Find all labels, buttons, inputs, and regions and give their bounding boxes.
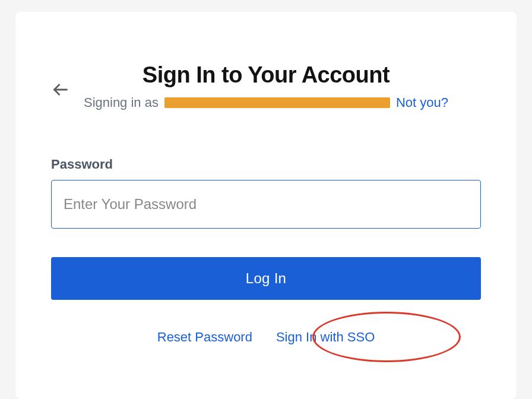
arrow-left-icon: [52, 81, 69, 98]
password-form: Password Log In Reset Password Sign In w…: [51, 157, 481, 345]
subtitle-row: Signing in as Not you?: [51, 95, 481, 110]
reset-password-link[interactable]: Reset Password: [157, 330, 252, 345]
login-button[interactable]: Log In: [51, 257, 481, 300]
signing-in-as-label: Signing in as: [84, 95, 159, 110]
page-title: Sign In to Your Account: [51, 62, 481, 88]
signin-card: Sign In to Your Account Signing in as No…: [15, 12, 517, 399]
password-input[interactable]: [51, 180, 481, 229]
sso-link[interactable]: Sign In with SSO: [276, 330, 375, 345]
secondary-links: Reset Password Sign In with SSO: [51, 330, 481, 345]
not-you-link[interactable]: Not you?: [396, 95, 448, 110]
password-label: Password: [51, 157, 481, 172]
back-button[interactable]: [52, 81, 69, 98]
redacted-email: [164, 97, 390, 108]
